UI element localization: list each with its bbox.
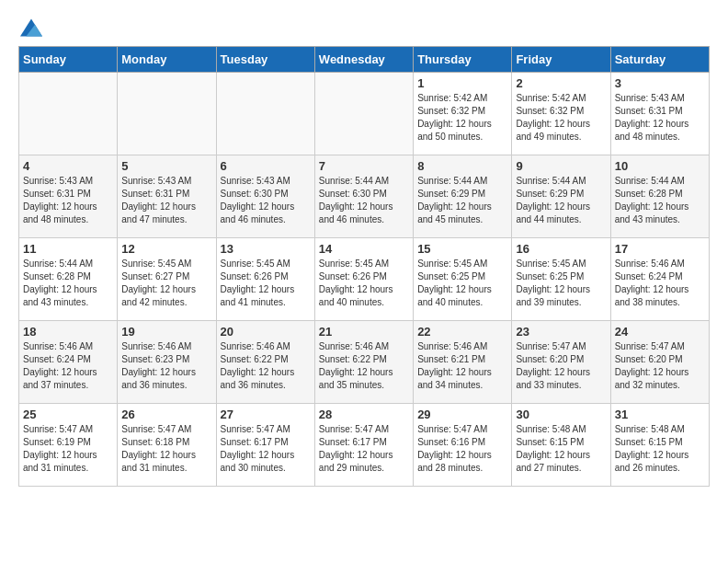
day-number: 3 xyxy=(615,76,705,90)
day-number: 17 xyxy=(615,242,705,256)
calendar-cell: 29Sunrise: 5:47 AM Sunset: 6:16 PM Dayli… xyxy=(414,404,512,487)
weekday-header-monday: Monday xyxy=(118,47,216,73)
day-number: 25 xyxy=(23,408,113,421)
day-info: Sunrise: 5:44 AM Sunset: 6:29 PM Dayligh… xyxy=(417,175,507,226)
calendar-cell: 1Sunrise: 5:42 AM Sunset: 6:32 PM Daylig… xyxy=(414,73,512,155)
day-number: 6 xyxy=(221,159,311,173)
day-number: 30 xyxy=(516,408,606,421)
day-info: Sunrise: 5:47 AM Sunset: 6:20 PM Dayligh… xyxy=(615,340,705,392)
calendar-cell xyxy=(118,73,216,155)
calendar-cell xyxy=(19,73,118,155)
day-info: Sunrise: 5:48 AM Sunset: 6:15 PM Dayligh… xyxy=(615,423,705,475)
day-number: 7 xyxy=(319,159,409,173)
day-number: 19 xyxy=(121,325,211,339)
calendar-cell: 21Sunrise: 5:46 AM Sunset: 6:22 PM Dayli… xyxy=(314,321,413,404)
day-number: 12 xyxy=(121,242,211,256)
day-info: Sunrise: 5:42 AM Sunset: 6:32 PM Dayligh… xyxy=(417,92,507,144)
day-number: 27 xyxy=(221,408,311,421)
calendar-cell: 15Sunrise: 5:45 AM Sunset: 6:25 PM Dayli… xyxy=(414,238,512,321)
day-number: 1 xyxy=(417,76,507,90)
day-number: 16 xyxy=(516,242,606,256)
calendar-cell: 4Sunrise: 5:43 AM Sunset: 6:31 PM Daylig… xyxy=(19,155,118,238)
day-number: 10 xyxy=(615,159,705,173)
day-info: Sunrise: 5:44 AM Sunset: 6:29 PM Dayligh… xyxy=(516,175,606,226)
day-info: Sunrise: 5:47 AM Sunset: 6:20 PM Dayligh… xyxy=(516,340,606,392)
calendar-cell: 5Sunrise: 5:43 AM Sunset: 6:31 PM Daylig… xyxy=(118,155,216,238)
day-info: Sunrise: 5:47 AM Sunset: 6:16 PM Dayligh… xyxy=(417,423,507,475)
page-header xyxy=(18,18,710,37)
calendar-cell: 30Sunrise: 5:48 AM Sunset: 6:15 PM Dayli… xyxy=(512,404,610,487)
day-info: Sunrise: 5:46 AM Sunset: 6:24 PM Dayligh… xyxy=(615,258,705,309)
calendar-cell: 2Sunrise: 5:42 AM Sunset: 6:32 PM Daylig… xyxy=(512,73,610,155)
day-number: 13 xyxy=(221,242,311,256)
calendar-cell: 19Sunrise: 5:46 AM Sunset: 6:23 PM Dayli… xyxy=(118,321,216,404)
day-number: 5 xyxy=(121,159,211,173)
day-number: 28 xyxy=(319,408,409,421)
calendar-cell: 7Sunrise: 5:44 AM Sunset: 6:30 PM Daylig… xyxy=(314,155,413,238)
day-info: Sunrise: 5:44 AM Sunset: 6:30 PM Dayligh… xyxy=(319,175,409,226)
day-info: Sunrise: 5:43 AM Sunset: 6:31 PM Dayligh… xyxy=(23,175,113,226)
calendar-table: SundayMondayTuesdayWednesdayThursdayFrid… xyxy=(18,46,710,487)
day-info: Sunrise: 5:46 AM Sunset: 6:22 PM Dayligh… xyxy=(221,340,311,392)
day-number: 11 xyxy=(23,242,113,256)
calendar-cell: 6Sunrise: 5:43 AM Sunset: 6:30 PM Daylig… xyxy=(216,155,314,238)
day-number: 2 xyxy=(516,76,606,90)
day-info: Sunrise: 5:43 AM Sunset: 6:31 PM Dayligh… xyxy=(121,175,211,226)
day-info: Sunrise: 5:47 AM Sunset: 6:17 PM Dayligh… xyxy=(221,423,311,475)
day-info: Sunrise: 5:45 AM Sunset: 6:25 PM Dayligh… xyxy=(516,258,606,309)
calendar-cell: 12Sunrise: 5:45 AM Sunset: 6:27 PM Dayli… xyxy=(118,238,216,321)
calendar-cell: 20Sunrise: 5:46 AM Sunset: 6:22 PM Dayli… xyxy=(216,321,314,404)
day-info: Sunrise: 5:45 AM Sunset: 6:26 PM Dayligh… xyxy=(221,258,311,309)
day-number: 22 xyxy=(417,325,507,339)
calendar-cell: 22Sunrise: 5:46 AM Sunset: 6:21 PM Dayli… xyxy=(414,321,512,404)
calendar-week-row: 25Sunrise: 5:47 AM Sunset: 6:19 PM Dayli… xyxy=(19,404,710,487)
calendar-cell: 9Sunrise: 5:44 AM Sunset: 6:29 PM Daylig… xyxy=(512,155,610,238)
day-info: Sunrise: 5:43 AM Sunset: 6:30 PM Dayligh… xyxy=(221,175,311,226)
day-info: Sunrise: 5:48 AM Sunset: 6:15 PM Dayligh… xyxy=(516,423,606,475)
weekday-header-sunday: Sunday xyxy=(19,47,118,73)
calendar-week-row: 1Sunrise: 5:42 AM Sunset: 6:32 PM Daylig… xyxy=(19,73,710,155)
weekday-header-thursday: Thursday xyxy=(414,47,512,73)
calendar-cell: 28Sunrise: 5:47 AM Sunset: 6:17 PM Dayli… xyxy=(314,404,413,487)
calendar-cell: 10Sunrise: 5:44 AM Sunset: 6:28 PM Dayli… xyxy=(610,155,709,238)
calendar-cell: 24Sunrise: 5:47 AM Sunset: 6:20 PM Dayli… xyxy=(610,321,709,404)
day-info: Sunrise: 5:47 AM Sunset: 6:19 PM Dayligh… xyxy=(23,423,113,475)
calendar-cell xyxy=(314,73,413,155)
day-info: Sunrise: 5:43 AM Sunset: 6:31 PM Dayligh… xyxy=(615,92,705,144)
calendar-cell: 27Sunrise: 5:47 AM Sunset: 6:17 PM Dayli… xyxy=(216,404,314,487)
calendar-cell: 23Sunrise: 5:47 AM Sunset: 6:20 PM Dayli… xyxy=(512,321,610,404)
weekday-header-row: SundayMondayTuesdayWednesdayThursdayFrid… xyxy=(19,47,710,73)
calendar-cell: 3Sunrise: 5:43 AM Sunset: 6:31 PM Daylig… xyxy=(610,73,709,155)
calendar-cell: 18Sunrise: 5:46 AM Sunset: 6:24 PM Dayli… xyxy=(19,321,118,404)
weekday-header-tuesday: Tuesday xyxy=(216,47,314,73)
calendar-cell xyxy=(216,73,314,155)
day-number: 8 xyxy=(417,159,507,173)
calendar-cell: 26Sunrise: 5:47 AM Sunset: 6:18 PM Dayli… xyxy=(118,404,216,487)
calendar-week-row: 18Sunrise: 5:46 AM Sunset: 6:24 PM Dayli… xyxy=(19,321,710,404)
calendar-cell: 14Sunrise: 5:45 AM Sunset: 6:26 PM Dayli… xyxy=(314,238,413,321)
calendar-cell: 8Sunrise: 5:44 AM Sunset: 6:29 PM Daylig… xyxy=(414,155,512,238)
day-info: Sunrise: 5:44 AM Sunset: 6:28 PM Dayligh… xyxy=(615,175,705,226)
day-info: Sunrise: 5:47 AM Sunset: 6:18 PM Dayligh… xyxy=(121,423,211,475)
day-number: 4 xyxy=(23,159,113,173)
logo-icon xyxy=(20,18,42,37)
day-number: 23 xyxy=(516,325,606,339)
calendar-week-row: 11Sunrise: 5:44 AM Sunset: 6:28 PM Dayli… xyxy=(19,238,710,321)
day-number: 20 xyxy=(221,325,311,339)
day-number: 29 xyxy=(417,408,507,421)
day-number: 9 xyxy=(516,159,606,173)
day-number: 24 xyxy=(615,325,705,339)
calendar-week-row: 4Sunrise: 5:43 AM Sunset: 6:31 PM Daylig… xyxy=(19,155,710,238)
logo xyxy=(18,18,42,37)
day-info: Sunrise: 5:46 AM Sunset: 6:23 PM Dayligh… xyxy=(121,340,211,392)
day-info: Sunrise: 5:46 AM Sunset: 6:24 PM Dayligh… xyxy=(23,340,113,392)
calendar-cell: 17Sunrise: 5:46 AM Sunset: 6:24 PM Dayli… xyxy=(610,238,709,321)
day-number: 21 xyxy=(319,325,409,339)
day-number: 14 xyxy=(319,242,409,256)
weekday-header-saturday: Saturday xyxy=(610,47,709,73)
weekday-header-wednesday: Wednesday xyxy=(314,47,413,73)
day-number: 31 xyxy=(615,408,705,421)
day-number: 26 xyxy=(121,408,211,421)
day-info: Sunrise: 5:44 AM Sunset: 6:28 PM Dayligh… xyxy=(23,258,113,309)
day-info: Sunrise: 5:46 AM Sunset: 6:21 PM Dayligh… xyxy=(417,340,507,392)
